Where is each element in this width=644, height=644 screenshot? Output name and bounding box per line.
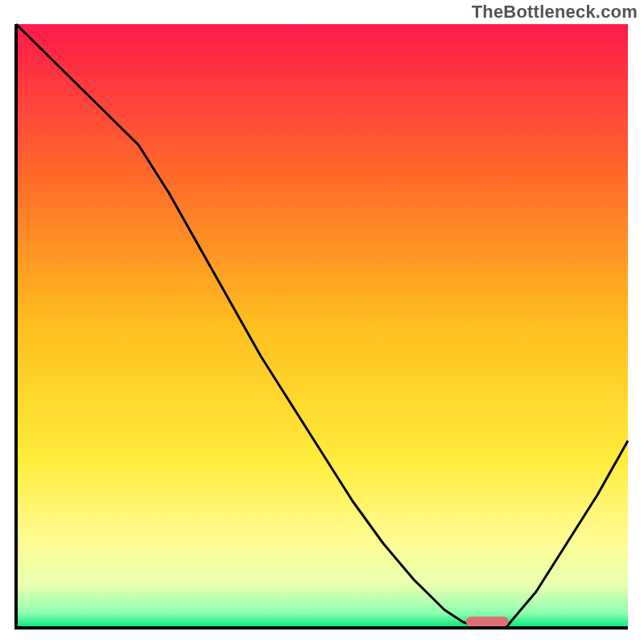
optimal-marker <box>466 617 509 626</box>
bottleneck-chart <box>0 0 644 644</box>
chart-container: { "watermark": "TheBottleneck.com", "cha… <box>0 0 644 644</box>
